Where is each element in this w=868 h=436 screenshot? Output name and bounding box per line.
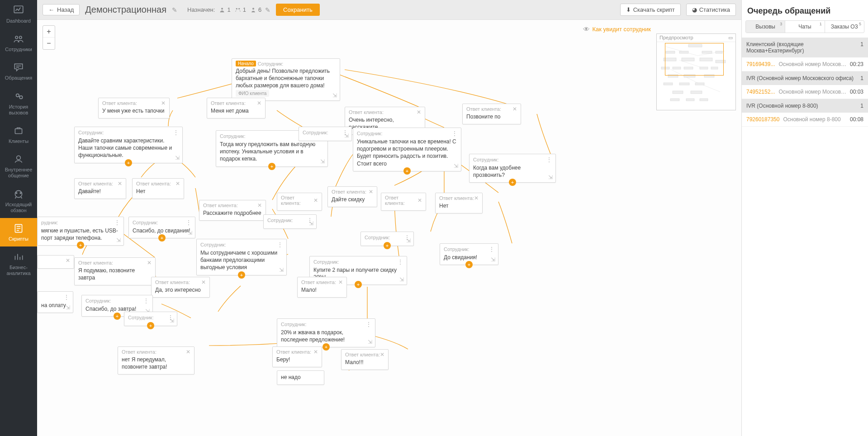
node-employee[interactable]: Сотрудник:⋮⇲+ <box>360 232 414 246</box>
preview-as-employee-link[interactable]: 👁Как увидит сотрудник <box>583 25 651 33</box>
node-start[interactable]: НачалоСотрудник:⇲ Добрый день! Позвольте… <box>232 58 340 101</box>
close-icon[interactable]: ✕ <box>417 197 422 204</box>
close-icon[interactable]: ✕ <box>257 100 261 106</box>
tab-chats[interactable]: Чаты1 <box>785 21 825 33</box>
nav-outbound[interactable]: Исходящий обзвон <box>0 184 37 218</box>
assigned-users[interactable]: 6 <box>250 6 261 14</box>
close-icon[interactable]: ✕ <box>338 279 343 285</box>
queue-group[interactable]: IVR (Основной номер Московского офиса)1 <box>742 71 868 85</box>
close-icon[interactable]: ✕ <box>186 349 190 355</box>
close-icon[interactable]: ✕ <box>147 260 152 266</box>
download-script-button[interactable]: ⬇Скачать скрипт <box>620 4 681 16</box>
close-icon[interactable]: ✕ <box>369 189 373 195</box>
link-icon[interactable]: ⇲ <box>170 318 174 324</box>
close-icon[interactable]: ✕ <box>313 349 318 355</box>
link-icon[interactable]: ⇲ <box>454 163 458 169</box>
add-plus-icon[interactable]: + <box>465 261 473 268</box>
more-icon[interactable]: ⋮ <box>397 258 403 265</box>
more-icon[interactable]: ⋮ <box>143 297 149 304</box>
node-client-answer[interactable]: Ответ клиента:✕Меня нет дома <box>207 98 266 118</box>
close-icon[interactable]: ✕ <box>161 100 166 106</box>
node-client-answer[interactable]: Ответ клиента:✕Давайте! <box>74 178 126 199</box>
link-icon[interactable]: ⇲ <box>368 339 372 345</box>
queue-item[interactable]: 79260187350Основной номер 8-80000:08 <box>742 113 868 127</box>
link-icon[interactable]: ⇲ <box>320 158 325 165</box>
node-employee[interactable]: Сотрудник:⋮До свидания!⇲+ <box>440 243 498 265</box>
link-icon[interactable]: ⇲ <box>66 304 70 311</box>
close-icon[interactable]: ✕ <box>175 180 180 187</box>
node-employee[interactable]: рудник:⋮мягкие и пушистые, есть USB-порт… <box>37 217 124 246</box>
more-icon[interactable]: ⋮ <box>489 246 494 253</box>
node-employee[interactable]: ⋮на оплату⇲ <box>37 291 73 313</box>
node-client-answer[interactable]: Ответ клиента:✕Нет <box>132 178 184 199</box>
link-icon[interactable]: ⇲ <box>116 237 121 243</box>
add-plus-icon[interactable]: + <box>323 343 330 351</box>
link-icon[interactable]: ⇲ <box>491 256 495 263</box>
node-client-answer[interactable]: Ответ клиента:✕Нет <box>435 193 483 213</box>
add-plus-icon[interactable]: + <box>403 167 411 175</box>
more-icon[interactable]: ⋮ <box>173 129 179 136</box>
more-icon[interactable]: ⋮ <box>114 219 120 226</box>
close-icon[interactable]: ✕ <box>380 351 384 358</box>
link-icon[interactable]: ⇲ <box>188 230 192 236</box>
node-client-answer[interactable]: Ответ клиента:✕Дайте скидку <box>327 186 377 207</box>
nav-internal-chat[interactable]: Внутреннее общение <box>0 149 37 183</box>
node-employee[interactable]: Сотрудник:⋮⇲+ <box>124 312 177 326</box>
zoom-in-button[interactable]: + <box>43 26 55 38</box>
node-client-answer[interactable]: Ответ клиента:✕Расскажите подробнее <box>199 200 266 221</box>
add-plus-icon[interactable]: + <box>268 163 275 170</box>
edit-assigned-icon[interactable]: ✎ <box>265 6 270 14</box>
node-client-answer[interactable]: Ответ клиента:✕У меня уже есть тапочки <box>98 98 170 118</box>
close-icon[interactable]: ✕ <box>201 279 206 285</box>
nav-analytics[interactable]: Бизнес-аналитика <box>0 246 37 281</box>
add-plus-icon[interactable]: + <box>509 179 516 186</box>
link-icon[interactable]: ⇲ <box>548 174 553 180</box>
statistics-button[interactable]: ◕Статистика <box>686 4 736 16</box>
more-icon[interactable]: ⋮ <box>185 219 191 226</box>
node-client-answer[interactable]: Ответ клиента:✕ <box>277 193 322 211</box>
close-icon[interactable]: ✕ <box>257 202 262 209</box>
back-button[interactable]: ←Назад <box>43 4 80 15</box>
more-icon[interactable]: ⋮ <box>365 321 371 328</box>
node-employee[interactable]: Сотрудник:⋮Уникальные тапочки на все вре… <box>353 128 461 171</box>
save-button[interactable]: Сохранить <box>276 4 320 16</box>
link-icon[interactable]: ⇲ <box>406 237 411 244</box>
node-employee[interactable]: Сотрудник:⋮Когда вам удобнее прозвонить?… <box>469 154 556 183</box>
queue-item[interactable]: 79169439...Основной номер Московского оф… <box>742 57 868 71</box>
more-icon[interactable]: ⋮ <box>277 241 283 248</box>
nav-scripts[interactable]: Скрипты <box>0 218 37 246</box>
add-plus-icon[interactable]: + <box>384 242 391 249</box>
close-icon[interactable]: ✕ <box>66 257 70 264</box>
add-plus-icon[interactable]: + <box>77 242 84 249</box>
nav-dashboard[interactable]: Dashboard <box>0 0 37 28</box>
edit-title-icon[interactable]: ✎ <box>172 6 177 14</box>
overview-collapse-icon[interactable]: ▭ <box>728 35 733 41</box>
tab-orders[interactable]: Заказы ОЗ5 <box>825 21 864 33</box>
nav-requests[interactable]: Обращения <box>0 57 37 85</box>
link-icon[interactable]: ⇲ <box>309 220 313 227</box>
node-client-answer[interactable]: Ответ клиента:✕Я подумаю, позвоните завт… <box>74 257 156 285</box>
close-icon[interactable]: ✕ <box>512 106 517 112</box>
node-client-answer[interactable]: Ответ клиента:✕Позвоните по <box>462 104 521 124</box>
node-client-answer[interactable]: Ответ клиента:✕Мало! <box>297 277 347 298</box>
close-icon[interactable]: ✕ <box>417 109 421 115</box>
node-employee[interactable]: Сотрудник:⋮⇲ <box>299 127 352 141</box>
close-icon[interactable]: ✕ <box>118 180 122 187</box>
assigned-groups[interactable]: 1 <box>234 6 246 14</box>
zoom-out-button[interactable]: − <box>43 38 55 49</box>
more-icon[interactable]: ⋮ <box>63 294 69 301</box>
link-icon[interactable]: ⇲ <box>344 133 349 139</box>
node-employee[interactable]: Сотрудник:⋮Давайте сравним характеристик… <box>74 127 183 163</box>
more-icon[interactable]: ⋮ <box>546 156 552 163</box>
node-client-answer[interactable]: Ответ клиента:✕нет Я передумал, позвонит… <box>118 346 194 374</box>
close-icon[interactable]: ✕ <box>313 197 318 204</box>
tab-calls[interactable]: Вызовы3 <box>746 21 785 33</box>
node-employee[interactable]: Сотрудник:⋮⇲ <box>263 214 317 229</box>
close-icon[interactable]: ✕ <box>474 195 479 201</box>
overview-panel[interactable]: Предпросмотр▭ <box>656 33 736 110</box>
node-employee[interactable]: Сотрудник:⋮Мы сотрудничаем с хорошими ба… <box>196 239 287 275</box>
link-icon[interactable]: ⇲ <box>332 92 337 99</box>
add-plus-icon[interactable]: + <box>238 271 245 279</box>
link-icon[interactable]: ⇲ <box>279 267 284 273</box>
node-client-answer[interactable]: Ответ клиента:✕Мало!!! <box>341 349 389 370</box>
